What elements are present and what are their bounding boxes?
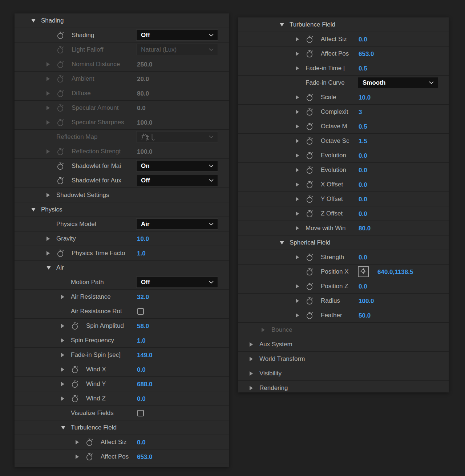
param-dropdown[interactable]: Off (136, 175, 218, 186)
twirl-closed-icon[interactable] (46, 251, 56, 255)
param-value[interactable]: 0.0 (359, 36, 367, 43)
twirl-closed-icon[interactable] (46, 237, 56, 241)
param-value[interactable]: 250.0 (137, 61, 153, 68)
twirl-closed-icon[interactable] (296, 95, 306, 100)
twirl-closed-icon[interactable] (46, 77, 56, 81)
param-value[interactable]: 640.0,1138.5 (377, 269, 413, 276)
stopwatch-icon[interactable] (56, 249, 72, 257)
twirl-closed-icon[interactable] (61, 324, 71, 328)
param-value[interactable]: 0.0 (359, 167, 367, 174)
twirl-closed-icon[interactable] (46, 62, 56, 66)
twirl-closed-icon[interactable] (61, 382, 71, 386)
param-dropdown[interactable]: Off (136, 29, 218, 41)
twirl-closed-icon[interactable] (296, 168, 306, 172)
param-value[interactable]: 10.0 (137, 235, 149, 243)
twirl-closed-icon[interactable] (296, 211, 306, 216)
twirl-open-icon[interactable] (280, 23, 290, 27)
param-value[interactable]: 32.0 (137, 294, 149, 301)
twirl-open-icon[interactable] (31, 208, 41, 211)
param-value[interactable]: 50.0 (359, 312, 371, 319)
twirl-closed-icon[interactable] (61, 338, 71, 343)
stopwatch-icon[interactable] (306, 181, 321, 189)
param-value[interactable]: 149.0 (137, 352, 153, 359)
param-value[interactable]: 688.0 (137, 381, 153, 388)
param-value[interactable]: 3 (359, 109, 362, 116)
twirl-closed-icon[interactable] (296, 153, 306, 158)
stopwatch-icon[interactable] (306, 297, 321, 305)
twirl-closed-icon[interactable] (296, 124, 306, 129)
param-checkbox[interactable] (137, 308, 144, 315)
stopwatch-icon[interactable] (56, 177, 72, 185)
param-value[interactable]: 58.0 (137, 323, 149, 330)
stopwatch-icon[interactable] (56, 104, 72, 112)
twirl-closed-icon[interactable] (76, 455, 85, 459)
param-dropdown[interactable]: Off (136, 277, 218, 288)
stopwatch-icon[interactable] (306, 50, 321, 58)
param-value[interactable]: 80.0 (359, 225, 371, 232)
twirl-closed-icon[interactable] (46, 106, 56, 110)
param-value[interactable]: 100.0 (137, 148, 153, 156)
stopwatch-icon[interactable] (306, 108, 321, 116)
param-value[interactable]: 10.0 (359, 94, 371, 101)
param-value[interactable]: 0.0 (359, 152, 367, 160)
twirl-open-icon[interactable] (280, 241, 290, 245)
param-value[interactable]: 0.0 (137, 439, 146, 446)
stopwatch-icon[interactable] (306, 282, 321, 290)
twirl-open-icon[interactable] (61, 426, 71, 429)
stopwatch-icon[interactable] (306, 195, 321, 203)
param-value[interactable]: 20.0 (137, 76, 149, 83)
twirl-closed-icon[interactable] (296, 284, 306, 289)
stopwatch-icon[interactable] (306, 166, 321, 174)
twirl-closed-icon[interactable] (250, 342, 259, 347)
twirl-open-icon[interactable] (46, 266, 56, 270)
twirl-closed-icon[interactable] (296, 313, 306, 318)
twirl-closed-icon[interactable] (250, 357, 259, 361)
twirl-closed-icon[interactable] (296, 37, 306, 41)
twirl-closed-icon[interactable] (46, 91, 56, 96)
twirl-closed-icon[interactable] (76, 440, 85, 444)
param-value[interactable]: 653.0 (137, 453, 153, 461)
stopwatch-icon[interactable] (306, 253, 321, 261)
param-value[interactable]: 1.5 (359, 138, 367, 145)
stopwatch-icon[interactable] (85, 438, 101, 446)
param-value[interactable]: 0.0 (137, 105, 146, 112)
stopwatch-icon[interactable] (306, 93, 321, 101)
param-value[interactable]: 0.0 (137, 366, 146, 374)
twirl-closed-icon[interactable] (296, 255, 306, 259)
param-dropdown[interactable]: On (136, 160, 218, 172)
stopwatch-icon[interactable] (306, 137, 321, 145)
twirl-closed-icon[interactable] (46, 149, 56, 154)
twirl-closed-icon[interactable] (250, 386, 259, 390)
stopwatch-icon[interactable] (56, 148, 72, 156)
twirl-closed-icon[interactable] (296, 110, 306, 114)
twirl-closed-icon[interactable] (296, 182, 306, 187)
param-value[interactable]: 653.0 (359, 51, 374, 58)
param-value[interactable]: 0.0 (359, 196, 367, 203)
twirl-closed-icon[interactable] (46, 193, 56, 197)
twirl-closed-icon[interactable] (262, 328, 271, 332)
stopwatch-icon[interactable] (306, 152, 321, 160)
stopwatch-icon[interactable] (56, 89, 72, 97)
param-dropdown[interactable]: Air (136, 218, 218, 230)
twirl-closed-icon[interactable] (61, 353, 71, 357)
stopwatch-icon[interactable] (306, 122, 321, 130)
stopwatch-icon[interactable] (71, 380, 86, 388)
stopwatch-icon[interactable] (71, 366, 86, 374)
twirl-closed-icon[interactable] (296, 299, 306, 303)
stopwatch-icon[interactable] (306, 268, 321, 276)
twirl-closed-icon[interactable] (296, 66, 306, 70)
stopwatch-icon[interactable] (306, 311, 321, 319)
param-value[interactable]: 0.5 (359, 65, 367, 72)
twirl-closed-icon[interactable] (296, 197, 306, 201)
twirl-closed-icon[interactable] (296, 139, 306, 143)
stopwatch-icon[interactable] (85, 453, 101, 461)
twirl-closed-icon[interactable] (296, 226, 306, 230)
stopwatch-icon[interactable] (56, 60, 72, 68)
param-dropdown[interactable]: Smooth (358, 77, 438, 88)
param-value[interactable]: 100.0 (359, 298, 374, 305)
twirl-closed-icon[interactable] (296, 52, 306, 56)
param-value[interactable]: 80.0 (137, 90, 149, 97)
param-value[interactable]: 0.0 (359, 254, 367, 261)
stopwatch-icon[interactable] (56, 31, 72, 39)
twirl-closed-icon[interactable] (61, 295, 71, 299)
